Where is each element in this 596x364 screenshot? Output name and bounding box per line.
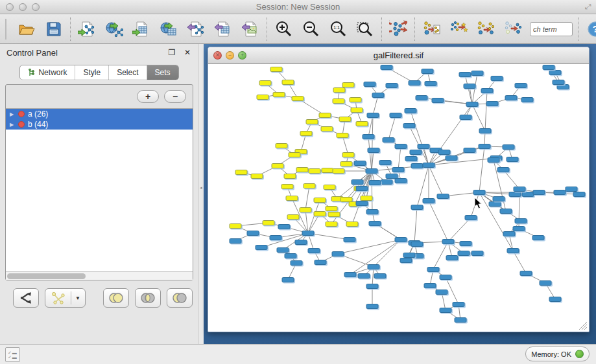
graph-node[interactable] xyxy=(465,215,477,220)
graph-node[interactable] xyxy=(464,148,476,153)
import-network-web-button[interactable] xyxy=(104,19,125,40)
graph-node[interactable] xyxy=(422,69,434,74)
import-network-file-button[interactable] xyxy=(77,19,97,40)
graph-node[interactable] xyxy=(453,302,465,307)
union-sets-button[interactable] xyxy=(103,288,129,308)
graph-node[interactable] xyxy=(291,260,303,266)
graph-node[interactable] xyxy=(256,245,268,250)
expand-caret-icon[interactable]: ▶ xyxy=(8,122,15,128)
graph-node[interactable] xyxy=(405,108,417,113)
network-intersection-button[interactable] xyxy=(503,19,523,40)
search-input[interactable] xyxy=(530,22,573,36)
graph-node[interactable] xyxy=(333,87,346,93)
graph-node[interactable] xyxy=(554,190,566,195)
graph-node[interactable] xyxy=(438,150,451,155)
graph-node[interactable] xyxy=(411,205,423,210)
graph-node[interactable] xyxy=(437,194,449,199)
expand-caret-icon[interactable]: ▶ xyxy=(8,111,15,117)
graph-node[interactable] xyxy=(366,284,379,289)
tab-sets[interactable]: Sets xyxy=(147,65,178,80)
chevron-down-icon[interactable]: ▼ xyxy=(75,295,80,301)
graph-node[interactable] xyxy=(366,209,379,214)
graph-node[interactable] xyxy=(416,95,428,100)
graph-node[interactable] xyxy=(486,101,499,106)
help-button[interactable]: ? xyxy=(585,19,596,40)
graph-node[interactable] xyxy=(308,248,320,253)
graph-node[interactable] xyxy=(411,242,423,247)
graph-node[interactable] xyxy=(328,212,340,217)
graph-node[interactable] xyxy=(282,80,294,85)
graph-node[interactable] xyxy=(356,201,368,206)
graph-node[interactable] xyxy=(259,80,272,85)
graph-node[interactable] xyxy=(369,180,381,185)
graph-node[interactable] xyxy=(440,275,452,280)
graph-node[interactable] xyxy=(366,304,379,309)
graph-node[interactable] xyxy=(277,247,289,253)
graph-node[interactable] xyxy=(235,170,248,175)
graph-node[interactable] xyxy=(309,168,321,174)
graph-node[interactable] xyxy=(400,258,412,263)
graph-node[interactable] xyxy=(361,196,373,201)
scrollbar-thumb[interactable] xyxy=(7,273,86,279)
graph-node[interactable] xyxy=(319,113,331,118)
graph-node[interactable] xyxy=(230,223,242,229)
graph-node[interactable] xyxy=(324,185,336,190)
create-set-from-network-button[interactable]: ▼ xyxy=(45,288,86,308)
graph-node[interactable] xyxy=(257,95,269,100)
graph-node[interactable] xyxy=(543,65,555,70)
graph-node[interactable] xyxy=(314,211,326,216)
remove-set-button[interactable]: − xyxy=(164,90,186,103)
graph-node[interactable] xyxy=(390,113,402,118)
graph-node[interactable] xyxy=(423,163,435,168)
layout-button[interactable] xyxy=(388,19,409,40)
graph-node[interactable] xyxy=(285,253,297,258)
graph-node[interactable] xyxy=(540,280,552,286)
graph-node[interactable] xyxy=(423,198,435,203)
graph-node[interactable] xyxy=(459,72,471,77)
graph-node[interactable] xyxy=(332,251,344,256)
float-panel-icon[interactable]: ❐ xyxy=(167,48,176,57)
graph-node[interactable] xyxy=(521,97,534,102)
graph-node[interactable] xyxy=(300,207,312,212)
graph-node[interactable] xyxy=(364,82,376,87)
graph-node[interactable] xyxy=(289,152,301,157)
graph-node[interactable] xyxy=(281,184,294,189)
graph-node[interactable] xyxy=(432,98,444,103)
graph-node[interactable] xyxy=(381,179,393,185)
graph-node[interactable] xyxy=(350,97,362,102)
graph-node[interactable] xyxy=(427,267,440,272)
graph-node[interactable] xyxy=(333,98,345,104)
graph-node[interactable] xyxy=(346,222,359,227)
graph-node[interactable] xyxy=(460,241,472,246)
graph-node[interactable] xyxy=(515,218,527,223)
graph-node[interactable] xyxy=(418,144,430,149)
graph-node[interactable] xyxy=(411,163,423,168)
graph-node[interactable] xyxy=(342,82,355,87)
graph-node[interactable] xyxy=(515,83,527,88)
graph-node[interactable] xyxy=(425,81,437,86)
graph-node[interactable] xyxy=(493,196,505,201)
graph-node[interactable] xyxy=(366,168,378,174)
network-union-button[interactable] xyxy=(475,19,496,40)
graph-node[interactable] xyxy=(333,168,345,174)
set-list-item[interactable]: ▶ b (44) xyxy=(6,119,193,130)
graph-node[interactable] xyxy=(509,192,521,197)
graph-node[interactable] xyxy=(270,67,283,72)
graph-node[interactable] xyxy=(367,113,379,118)
graph-node[interactable] xyxy=(344,272,357,277)
graph-node[interactable] xyxy=(369,221,381,226)
graph-node[interactable] xyxy=(251,174,263,179)
graph-node[interactable] xyxy=(403,123,416,128)
graph-node[interactable] xyxy=(386,83,398,88)
graph-node[interactable] xyxy=(326,206,338,211)
graph-node[interactable] xyxy=(503,231,516,236)
set-list-item[interactable]: ▶ a (26) xyxy=(6,109,193,119)
network-difference-button[interactable] xyxy=(448,19,469,40)
graph-node[interactable] xyxy=(273,92,285,97)
panel-splitter[interactable]: ◂ xyxy=(198,44,204,344)
graph-node[interactable] xyxy=(344,237,356,242)
graph-node[interactable] xyxy=(488,157,500,163)
graph-node[interactable] xyxy=(455,317,467,323)
graph-node[interactable] xyxy=(292,96,304,101)
graph-node[interactable] xyxy=(481,88,494,93)
